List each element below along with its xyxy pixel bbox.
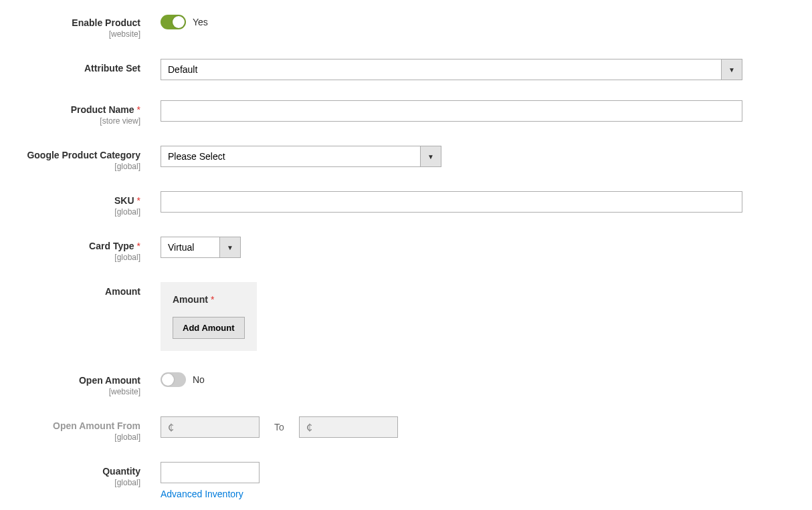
sku-scope: [global]	[27, 207, 140, 217]
quantity-scope: [global]	[27, 478, 140, 487]
open-amount-to-label: To	[274, 422, 284, 432]
required-icon: *	[211, 294, 214, 305]
amount-box: Amount* Add Amount	[161, 282, 257, 351]
open-amount-toggle[interactable]	[161, 372, 186, 387]
chevron-down-icon[interactable]: ▼	[420, 146, 441, 167]
google-category-select[interactable]: ▼	[161, 146, 441, 167]
enable-product-toggle[interactable]	[161, 15, 186, 29]
open-amount-from-scope: [global]	[27, 432, 140, 442]
enable-product-label: Enable Product	[27, 17, 140, 28]
enable-product-scope: [website]	[27, 29, 140, 39]
product-name-label: Product Name	[71, 104, 134, 115]
chevron-down-icon[interactable]: ▼	[219, 237, 241, 258]
chevron-down-icon[interactable]: ▼	[721, 59, 742, 80]
open-amount-label: Open Amount	[27, 375, 140, 386]
advanced-inventory-link[interactable]: Advanced Inventory	[161, 489, 243, 499]
add-amount-button[interactable]: Add Amount	[173, 317, 245, 339]
google-category-label: Google Product Category	[27, 150, 140, 160]
open-amount-from-input	[161, 416, 260, 438]
enable-product-toggle-text: Yes	[193, 17, 208, 27]
sku-label: SKU	[114, 195, 134, 206]
required-icon: *	[137, 104, 140, 115]
open-amount-toggle-text: No	[193, 374, 205, 385]
card-type-label: Card Type	[89, 241, 134, 251]
quantity-input[interactable]	[161, 462, 260, 483]
quantity-label: Quantity	[27, 466, 140, 477]
google-category-scope: [global]	[27, 162, 140, 171]
card-type-scope: [global]	[27, 253, 140, 262]
open-amount-from-label: Open Amount From	[27, 420, 140, 431]
google-category-value[interactable]	[161, 146, 420, 167]
amount-header-text: Amount	[173, 294, 208, 305]
product-name-scope: [store view]	[27, 116, 140, 126]
required-icon: *	[137, 195, 140, 206]
attribute-set-value[interactable]	[161, 59, 721, 80]
card-type-select[interactable]: ▼	[161, 237, 241, 258]
attribute-set-label: Attribute Set	[84, 63, 140, 74]
card-type-value[interactable]	[161, 237, 219, 258]
product-name-input[interactable]	[161, 100, 742, 122]
open-amount-to-input	[299, 416, 398, 438]
open-amount-scope: [website]	[27, 387, 140, 396]
required-icon: *	[137, 241, 140, 251]
attribute-set-select[interactable]: ▼	[161, 59, 742, 80]
sku-input[interactable]	[161, 191, 742, 213]
amount-label: Amount	[105, 286, 140, 297]
